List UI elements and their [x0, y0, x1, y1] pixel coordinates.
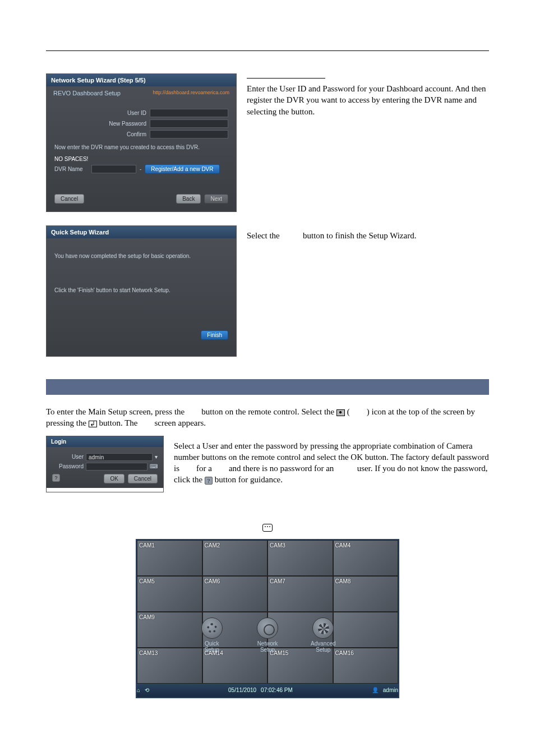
next-button[interactable]: Next: [204, 194, 228, 204]
login-paragraph: Select a User and enter the password by …: [174, 440, 489, 486]
home-icon[interactable]: ⌂: [137, 687, 140, 693]
completed-text: You have now completed the setup for bas…: [54, 253, 228, 259]
login-user-field[interactable]: admin: [86, 453, 153, 461]
text-f: screen appears.: [154, 418, 206, 427]
cancel-button[interactable]: Cancel: [54, 194, 84, 204]
advanced-setup-label: Advanced Setup: [302, 640, 344, 653]
login-text-e: button for guidance.: [215, 475, 283, 484]
confirm-label: Confirm: [98, 131, 146, 137]
confirm-input[interactable]: [150, 130, 228, 139]
network-setup-icon[interactable]: Network Setup: [246, 617, 289, 653]
page-divider: [46, 50, 489, 51]
setup-icon: [336, 409, 345, 416]
enter-icon: [89, 421, 97, 427]
dashboard-setup-label: REVO Dashboard Setup: [53, 90, 121, 96]
panel-title: Network Setup Wizard (Step 5/5): [47, 74, 236, 86]
camera-cell[interactable]: CAM1: [137, 540, 202, 576]
refresh-icon[interactable]: ⟲: [145, 687, 149, 693]
dvr-name-label: DVR Name: [54, 166, 88, 172]
camera-label: CAM6: [205, 578, 220, 584]
back-button[interactable]: Back: [176, 194, 201, 204]
dvr-live-view: CAM1CAM2CAM3CAM4CAM5CAM6CAM7CAM8CAM9CAM1…: [136, 539, 399, 698]
login-user-label: User: [52, 454, 84, 460]
camera-label: CAM13: [139, 650, 158, 656]
camera-label: CAM4: [335, 542, 351, 548]
camera-cell[interactable]: CAM4: [333, 540, 399, 576]
text-b: button on the remote control. Select the: [201, 407, 334, 416]
finish-button[interactable]: Finish: [201, 330, 228, 340]
dvr-name-note-2: NO SPACES!: [54, 156, 228, 162]
camera-label: CAM1: [139, 542, 155, 548]
dashboard-link[interactable]: http://dashboard.revoamerica.com: [153, 90, 229, 95]
step5-description: Enter the User ID and Password for your …: [247, 83, 489, 117]
text-e: button. The: [99, 418, 138, 427]
camera-label: CAM2: [205, 542, 220, 548]
text-c: (: [347, 407, 350, 416]
short-rule: [247, 78, 325, 79]
text-a: To enter the Main Setup screen, press th…: [46, 407, 185, 416]
keyboard-icon: [262, 524, 273, 532]
status-time: 07:02:46 PM: [261, 687, 293, 693]
login-dialog: Login User admin ▾ Password ⌨ ? OK Cance…: [46, 436, 164, 492]
user-id-label: User ID: [98, 110, 146, 116]
network-setup-wizard-step5-panel: Network Setup Wizard (Step 5/5) REVO Das…: [46, 73, 237, 212]
user-id-input[interactable]: [150, 109, 228, 117]
camera-label: CAM8: [335, 578, 351, 584]
finish-text-a: Select the: [247, 231, 280, 240]
section-bar: [46, 379, 489, 395]
camera-label: CAM3: [270, 542, 285, 548]
panel-title: Quick Setup Wizard: [47, 226, 236, 238]
finish-text-b: button to finish the Setup Wizard.: [303, 231, 416, 240]
new-password-input[interactable]: [150, 119, 228, 128]
user-icon: 👤: [372, 687, 379, 693]
login-title: Login: [47, 436, 163, 447]
question-icon: ?: [205, 477, 213, 485]
help-icon[interactable]: ?: [52, 474, 60, 482]
login-cancel-button[interactable]: Cancel: [128, 474, 158, 483]
camera-label: CAM7: [270, 578, 285, 584]
main-setup-paragraph: To enter the Main Setup screen, press th…: [46, 406, 489, 429]
network-setup-label: Network Setup: [246, 640, 289, 653]
quick-setup-icon[interactable]: Quick Setup: [191, 617, 233, 653]
camera-cell[interactable]: CAM3: [268, 540, 333, 576]
finish-description: Select the button to finish the Setup Wi…: [247, 230, 489, 241]
status-date: 05/11/2010: [228, 687, 256, 693]
login-ok-button[interactable]: OK: [104, 474, 124, 483]
new-password-label: New Password: [98, 121, 146, 127]
register-dvr-button[interactable]: Register/Add a new DVR: [145, 164, 219, 174]
status-user: admin: [383, 687, 398, 693]
dvr-name-input[interactable]: [91, 165, 136, 173]
camera-label: CAM5: [139, 578, 155, 584]
camera-label: CAM9: [139, 614, 155, 620]
login-password-field[interactable]: [86, 463, 147, 471]
login-password-label: Password: [52, 463, 84, 469]
click-finish-text: Click the 'Finish' button to start Netwo…: [54, 287, 228, 293]
dvr-name-note-1: Now enter the DVR name you created to ac…: [54, 144, 228, 150]
login-text-b: for a: [196, 464, 212, 473]
quick-setup-label: Quick Setup: [191, 640, 233, 653]
camera-cell[interactable]: CAM2: [202, 540, 268, 576]
setup-overlay: Quick Setup Network Setup Advanced Setup: [184, 596, 351, 675]
quick-setup-wizard-panel: Quick Setup Wizard You have now complete…: [46, 225, 237, 357]
dvr-status-bar: ⌂ ⟲ 05/11/2010 07:02:46 PM 👤 admin: [137, 684, 398, 697]
login-text-c: and there is no password for an: [229, 464, 334, 473]
advanced-setup-icon[interactable]: Advanced Setup: [302, 617, 344, 653]
